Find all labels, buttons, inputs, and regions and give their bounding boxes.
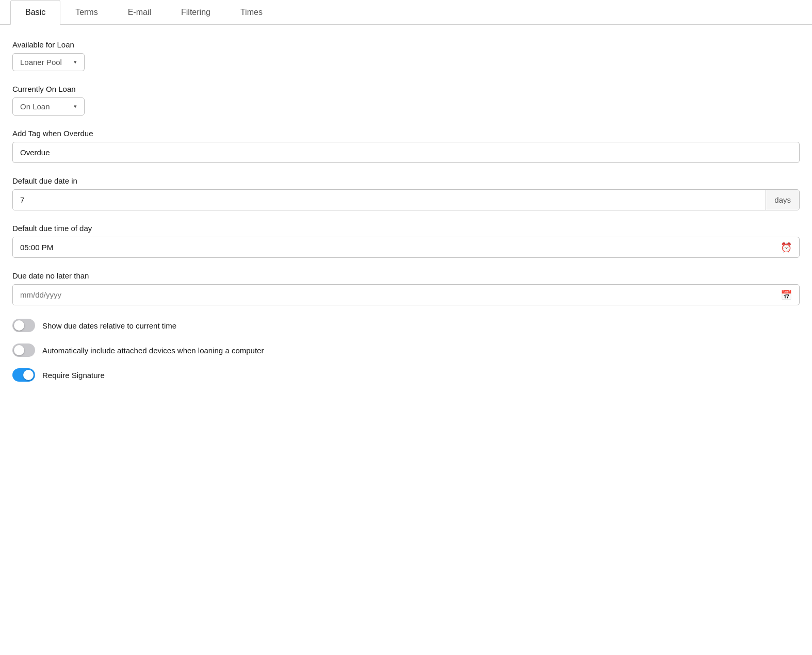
currently-on-loan-label: Currently On Loan — [12, 85, 800, 93]
auto-include-devices-toggle[interactable] — [12, 343, 35, 357]
available-for-loan-value: Loaner Pool — [20, 58, 62, 67]
due-date-no-later-label: Due date no later than — [12, 271, 800, 280]
default-due-time-input[interactable] — [13, 237, 773, 257]
show-due-dates-toggle-thumb — [14, 320, 24, 331]
default-due-date-input-group: days — [12, 189, 800, 210]
require-signature-toggle-thumb — [23, 370, 34, 380]
require-signature-toggle-row: Require Signature — [12, 368, 800, 382]
chevron-down-icon: ▾ — [74, 59, 77, 66]
tab-email[interactable]: E-mail — [113, 0, 166, 25]
require-signature-toggle[interactable] — [12, 368, 35, 382]
currently-on-loan-value: On Loan — [20, 102, 50, 111]
show-due-dates-toggle-row: Show due dates relative to current time — [12, 319, 800, 332]
default-due-date-label: Default due date in — [12, 176, 800, 185]
auto-include-devices-toggle-label: Automatically include attached devices w… — [42, 346, 264, 355]
chevron-down-icon-2: ▾ — [74, 103, 77, 110]
default-due-time-group: Default due time of day ⏰ — [12, 224, 800, 258]
tab-basic[interactable]: Basic — [10, 0, 60, 25]
currently-on-loan-group: Currently On Loan On Loan ▾ — [12, 85, 800, 116]
due-date-no-later-group: Due date no later than 📅 — [12, 271, 800, 305]
auto-include-devices-toggle-thumb — [14, 345, 24, 355]
tab-bar: Basic Terms E-mail Filtering Times — [0, 0, 812, 25]
tab-content: Available for Loan Loaner Pool ▾ Current… — [0, 25, 812, 408]
show-due-dates-toggle-label: Show due dates relative to current time — [42, 321, 176, 330]
currently-on-loan-dropdown[interactable]: On Loan ▾ — [12, 97, 85, 116]
tab-terms[interactable]: Terms — [60, 0, 113, 25]
tab-filtering[interactable]: Filtering — [166, 0, 225, 25]
tab-times[interactable]: Times — [225, 0, 278, 25]
available-for-loan-label: Available for Loan — [12, 40, 800, 49]
require-signature-toggle-label: Require Signature — [42, 371, 105, 380]
due-date-no-later-input[interactable] — [13, 285, 773, 305]
main-container: Basic Terms E-mail Filtering Times Avail… — [0, 0, 812, 655]
due-date-no-later-input-wrapper: 📅 — [12, 284, 800, 305]
calendar-icon: 📅 — [773, 289, 799, 301]
add-tag-overdue-label: Add Tag when Overdue — [12, 129, 800, 138]
default-due-time-input-wrapper: ⏰ — [12, 237, 800, 258]
add-tag-overdue-group: Add Tag when Overdue — [12, 129, 800, 163]
default-due-date-group: Default due date in days — [12, 176, 800, 210]
show-due-dates-toggle[interactable] — [12, 319, 35, 332]
clock-icon: ⏰ — [773, 242, 799, 253]
auto-include-devices-toggle-row: Automatically include attached devices w… — [12, 343, 800, 357]
days-suffix: days — [766, 190, 799, 210]
available-for-loan-dropdown[interactable]: Loaner Pool ▾ — [12, 53, 85, 71]
available-for-loan-group: Available for Loan Loaner Pool ▾ — [12, 40, 800, 71]
default-due-time-label: Default due time of day — [12, 224, 800, 233]
default-due-date-input[interactable] — [13, 190, 766, 210]
add-tag-overdue-input[interactable] — [12, 142, 800, 163]
